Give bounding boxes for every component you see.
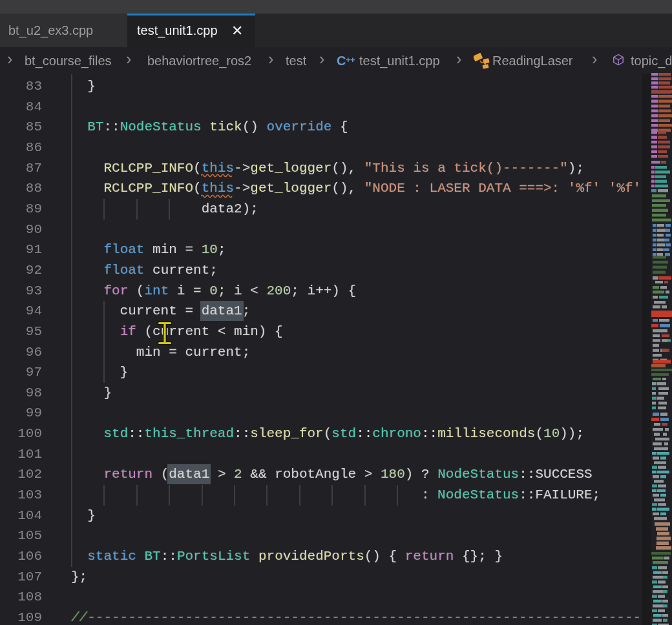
svg-text:C: C bbox=[337, 54, 346, 68]
svg-text:+: + bbox=[350, 55, 355, 65]
